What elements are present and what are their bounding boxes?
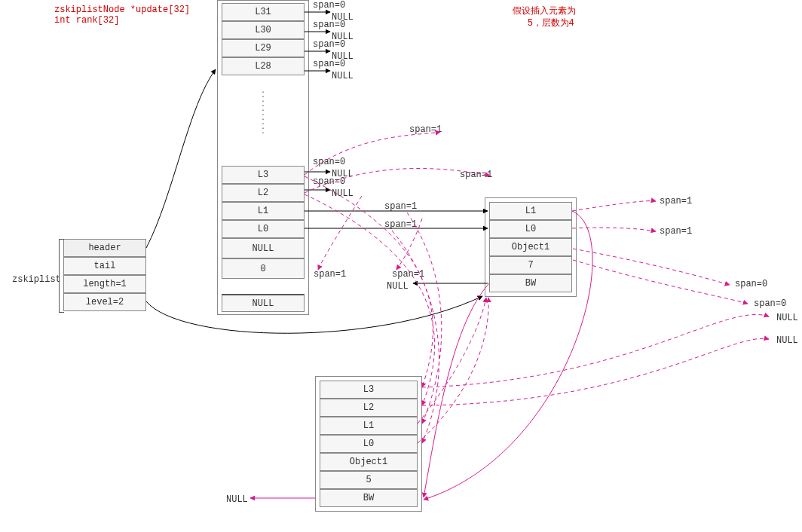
span-l3: span=0 bbox=[313, 157, 345, 167]
null-far1: NULL bbox=[776, 313, 798, 323]
zskiplist-level-cell: level=2 bbox=[63, 293, 146, 311]
new-outer-border bbox=[315, 376, 422, 512]
zskiplist-length-cell: length=1 bbox=[63, 275, 146, 293]
span-31: span=0 bbox=[313, 0, 345, 11]
null-bw7: NULL bbox=[387, 281, 409, 292]
assumption-line-2: 5，层数为4 bbox=[528, 17, 574, 29]
hdr-null2: NULL bbox=[222, 294, 305, 312]
node7-outer-border bbox=[485, 197, 577, 297]
span-pink-far2: span=0 bbox=[754, 298, 786, 309]
span-pink-up1: span=1 bbox=[409, 124, 442, 135]
span-pink-far1: span=0 bbox=[735, 279, 767, 289]
span-29: span=0 bbox=[313, 39, 345, 50]
diagram-canvas: zskiplistNode *update[32] int rank[32] 假… bbox=[0, 0, 802, 532]
dots: ·········· bbox=[261, 90, 265, 136]
span-pink-left2: span=1 bbox=[392, 269, 424, 280]
zskiplist-bracket bbox=[59, 239, 64, 313]
span-28: span=0 bbox=[313, 59, 345, 69]
decl-line-2: int rank[32] bbox=[54, 15, 119, 26]
hdr-l3: L3 bbox=[222, 166, 305, 184]
span-l1: span=1 bbox=[384, 201, 417, 212]
decl-line-1: zskiplistNode *update[32] bbox=[54, 5, 190, 15]
null-bw-new: NULL bbox=[226, 494, 248, 505]
span-l0: span=1 bbox=[384, 219, 417, 230]
span-pink-left1: span=1 bbox=[314, 269, 346, 280]
assumption-line-1: 假设插入元素为 bbox=[513, 5, 576, 17]
null-28: NULL bbox=[332, 71, 354, 81]
span-pink-r1: span=1 bbox=[660, 196, 692, 206]
span-30: span=0 bbox=[313, 20, 345, 30]
zskiplist-tail-cell: tail bbox=[63, 257, 146, 275]
zskiplist-header-cell: header bbox=[63, 239, 146, 257]
span-l2: span=0 bbox=[313, 176, 345, 187]
span-pink-up2: span=1 bbox=[460, 170, 492, 180]
null-l2: NULL bbox=[332, 188, 354, 199]
hdr-l0: L0 bbox=[222, 220, 305, 238]
null-far2: NULL bbox=[776, 335, 798, 346]
hdr-l2: L2 bbox=[222, 184, 305, 202]
hdr-null: NULL bbox=[222, 238, 305, 258]
hdr-l1: L1 bbox=[222, 202, 305, 220]
span-pink-r2: span=1 bbox=[660, 226, 692, 237]
hdr-zero: 0 bbox=[222, 258, 305, 279]
zskiplist-label: zskiplist bbox=[12, 274, 61, 285]
